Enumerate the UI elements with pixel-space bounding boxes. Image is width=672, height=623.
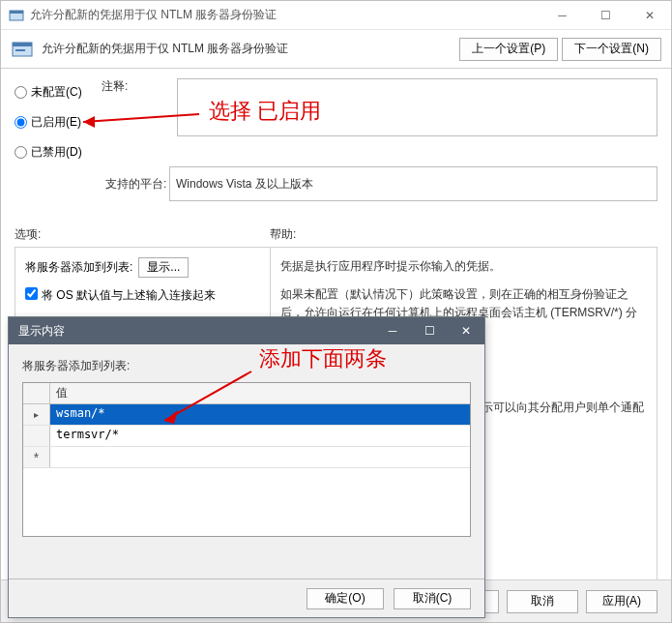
grid-new-row[interactable] <box>23 447 470 468</box>
grid-cell[interactable]: wsman/* <box>50 404 470 425</box>
row-indicator-icon <box>23 404 50 425</box>
cancel-button[interactable]: 取消 <box>507 590 578 613</box>
grid-corner <box>23 383 50 403</box>
dialog-label: 将服务器添加到列表: <box>22 358 471 374</box>
comment-label: 注释: <box>102 78 169 136</box>
radio-label: 已启用(E) <box>31 114 81 131</box>
radio-enabled-input[interactable] <box>15 116 27 129</box>
concat-checkbox[interactable] <box>25 287 38 300</box>
window-title: 允许分配新的凭据用于仅 NTLM 服务器身份验证 <box>30 7 541 23</box>
maximize-button[interactable]: ☐ <box>584 1 628 29</box>
radio-disabled-input[interactable] <box>15 146 27 159</box>
platform-label: 支持的平台: <box>15 176 169 193</box>
grid-row[interactable]: wsman/* <box>23 404 470 426</box>
concat-label: 将 OS 默认值与上述输入连接起来 <box>42 287 216 304</box>
help-label: 帮助: <box>270 226 296 243</box>
header-title: 允许分配新的凭据用于仅 NTLM 服务器身份验证 <box>42 41 455 57</box>
dialog-maximize-button[interactable]: ☐ <box>411 317 448 344</box>
dialog-minimize-button[interactable]: ─ <box>374 317 411 344</box>
dialog-close-button[interactable]: ✕ <box>448 317 484 344</box>
titlebar: 允许分配新的凭据用于仅 NTLM 服务器身份验证 ─ ☐ ✕ <box>1 1 671 30</box>
policy-icon <box>11 38 34 61</box>
grid-row[interactable]: termsvr/* <box>23 426 470 447</box>
svg-rect-1 <box>10 11 23 14</box>
add-servers-label: 将服务器添加到列表: <box>25 259 132 276</box>
close-button[interactable]: ✕ <box>628 1 671 29</box>
radio-not-configured-input[interactable] <box>15 86 27 99</box>
svg-rect-4 <box>15 49 25 51</box>
apply-button[interactable]: 应用(A) <box>586 590 657 613</box>
dialog-cancel-button[interactable]: 取消(C) <box>394 588 471 609</box>
dialog-titlebar: 显示内容 ─ ☐ ✕ <box>9 317 484 344</box>
grid-cell[interactable] <box>50 447 470 467</box>
next-setting-button[interactable]: 下一个设置(N) <box>562 38 661 61</box>
dialog-footer: 确定(O) 取消(C) <box>9 578 484 617</box>
comment-textarea[interactable] <box>177 78 657 136</box>
radio-label: 未配置(C) <box>31 84 82 101</box>
help-text: 凭据是执行应用程序时提示你输入的凭据。 <box>280 257 647 276</box>
dialog-title: 显示内容 <box>18 323 374 340</box>
minimize-button[interactable]: ─ <box>541 1 584 29</box>
prev-setting-button[interactable]: 上一个设置(P) <box>459 38 558 61</box>
options-label: 选项: <box>15 226 270 243</box>
show-button[interactable]: 显示... <box>138 257 189 278</box>
grid-cell[interactable]: termsvr/* <box>50 426 470 446</box>
show-contents-dialog: 显示内容 ─ ☐ ✕ 将服务器添加到列表: 值 wsman/* termsvr/… <box>8 316 485 618</box>
new-row-icon <box>23 447 50 467</box>
concat-checkbox-row[interactable]: 将 OS 默认值与上述输入连接起来 <box>25 287 260 304</box>
dialog-ok-button[interactable]: 确定(O) <box>307 588 384 609</box>
platform-value: Windows Vista 及以上版本 <box>176 176 313 193</box>
platform-value-box: Windows Vista 及以上版本 <box>169 166 657 201</box>
policy-icon <box>9 8 24 23</box>
radio-disabled[interactable]: 已禁用(D) <box>15 144 102 161</box>
grid-column-header: 值 <box>50 383 470 403</box>
radio-enabled[interactable]: 已启用(E) <box>15 114 102 131</box>
row-indicator <box>23 426 50 446</box>
radio-label: 已禁用(D) <box>31 144 82 161</box>
value-grid[interactable]: 值 wsman/* termsvr/* <box>22 382 471 537</box>
radio-not-configured[interactable]: 未配置(C) <box>15 84 102 101</box>
svg-rect-3 <box>13 43 32 46</box>
header-row: 允许分配新的凭据用于仅 NTLM 服务器身份验证 上一个设置(P) 下一个设置(… <box>1 30 671 69</box>
